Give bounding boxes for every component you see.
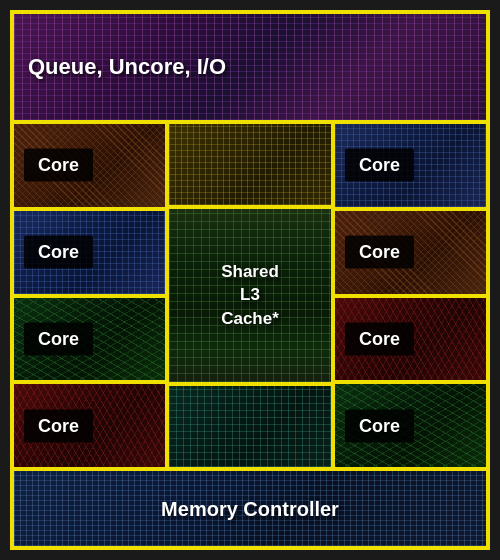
middle-column: SharedL3 Cache* xyxy=(169,124,331,467)
chip-diagram: Queue, Uncore, I/O Core Core Core Core xyxy=(10,10,490,550)
mid-bottom-bg xyxy=(169,386,331,467)
core-right-3-label: Core xyxy=(345,322,414,355)
core-left-1-label: Core xyxy=(24,149,93,182)
bottom-section: Memory Controller xyxy=(14,471,486,546)
l3-cache-area: SharedL3 Cache* xyxy=(169,209,331,382)
mid-top-interconnect xyxy=(169,124,331,209)
memory-controller-label: Memory Controller xyxy=(161,497,339,520)
right-column: Core Core Core Core xyxy=(331,124,486,467)
mid-bottom-interconnect xyxy=(169,382,331,467)
l3-cache-label: SharedL3 Cache* xyxy=(210,260,291,331)
queue-uncore-io-label: Queue, Uncore, I/O xyxy=(28,54,226,80)
mid-top-bg xyxy=(169,124,331,205)
core-left-2-label: Core xyxy=(24,236,93,269)
left-column: Core Core Core Core xyxy=(14,124,169,467)
core-right-4: Core xyxy=(335,384,486,467)
core-right-1: Core xyxy=(335,124,486,211)
core-left-3-label: Core xyxy=(24,322,93,355)
core-left-3: Core xyxy=(14,298,165,385)
core-left-4-label: Core xyxy=(24,409,93,442)
core-left-1: Core xyxy=(14,124,165,211)
core-right-4-label: Core xyxy=(345,409,414,442)
core-right-2: Core xyxy=(335,211,486,298)
core-right-3: Core xyxy=(335,298,486,385)
core-right-2-label: Core xyxy=(345,236,414,269)
core-left-2: Core xyxy=(14,211,165,298)
core-left-4: Core xyxy=(14,384,165,467)
core-right-1-label: Core xyxy=(345,149,414,182)
top-section: Queue, Uncore, I/O xyxy=(14,14,486,124)
middle-section: Core Core Core Core SharedL3 Ca xyxy=(14,124,486,471)
